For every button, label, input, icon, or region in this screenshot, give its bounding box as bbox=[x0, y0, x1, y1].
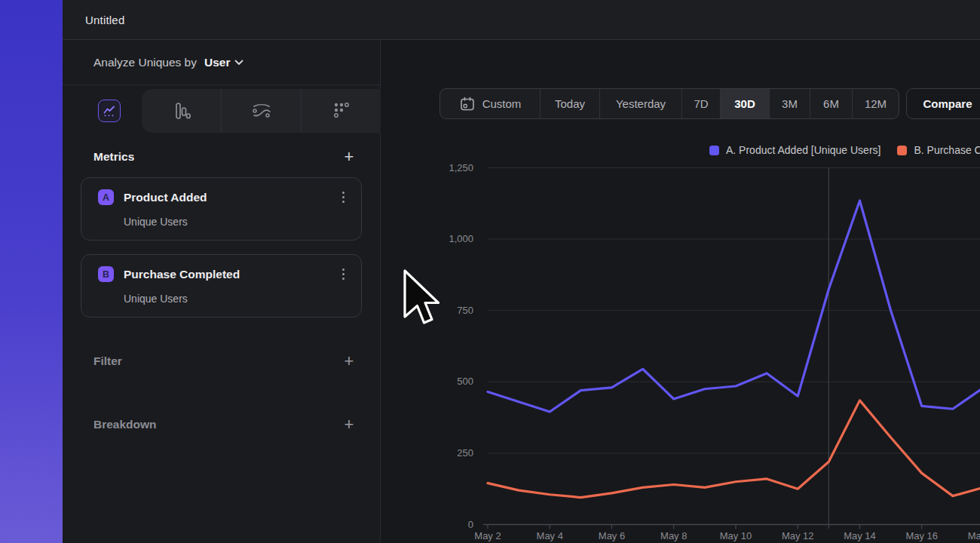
y-axis-tick-label: 500 bbox=[424, 376, 473, 387]
metric-letter-badge: A bbox=[98, 189, 114, 205]
filter-header: Filter + bbox=[63, 354, 380, 369]
range-30d[interactable]: 30D bbox=[720, 89, 769, 118]
add-metric-button[interactable]: + bbox=[341, 149, 357, 164]
metric-name: Product Added bbox=[124, 191, 338, 204]
sidebar: Analyze Uniques by User bbox=[63, 40, 381, 543]
range-7d[interactable]: 7D bbox=[681, 89, 720, 118]
legend-item-a[interactable]: A. Product Added [Unique Users] bbox=[709, 144, 880, 156]
chart-type-tabs bbox=[63, 85, 380, 128]
range-label: 3M bbox=[782, 97, 798, 110]
legend-item-b[interactable]: B. Purchase Completed [Unique Users] bbox=[897, 144, 980, 156]
range-label: 6M bbox=[823, 97, 839, 110]
app-window: Untitled Analyze Uniques by User bbox=[0, 0, 980, 543]
range-yesterday[interactable]: Yesterday bbox=[599, 89, 681, 118]
legend-swatch bbox=[897, 146, 907, 155]
x-axis-tick-label: May 14 bbox=[836, 530, 884, 541]
y-axis-tick-label: 750 bbox=[424, 305, 473, 316]
x-axis-tick-label: May 12 bbox=[773, 530, 822, 541]
left-gradient-strip bbox=[0, 0, 63, 543]
analyze-by-row: Analyze Uniques by User bbox=[63, 40, 380, 85]
chevron-down-icon bbox=[234, 60, 243, 66]
metric-subtitle: Unique Users bbox=[124, 293, 349, 305]
legend-swatch bbox=[709, 146, 719, 155]
chart-legend: A. Product Added [Unique Users]B. Purcha… bbox=[709, 144, 980, 156]
range-3m[interactable]: 3M bbox=[769, 89, 810, 118]
metric-card-b[interactable]: B Purchase Completed Unique Users bbox=[81, 254, 362, 318]
metric-subtitle: Unique Users bbox=[124, 216, 349, 228]
x-axis-tick-label: May 10 bbox=[712, 530, 760, 541]
flows-icon bbox=[251, 102, 272, 120]
compare-button[interactable]: Compare bbox=[906, 88, 980, 119]
chart-type-tab-group bbox=[142, 89, 381, 133]
retention-dots-icon bbox=[332, 101, 351, 121]
range-label: 7D bbox=[694, 97, 708, 110]
metric-name: Purchase Completed bbox=[124, 268, 338, 281]
date-range-selector: CustomTodayYesterday7D30D3M6M12M bbox=[439, 88, 899, 119]
legend-label: B. Purchase Completed [Unique Users] bbox=[914, 144, 980, 156]
metrics-title: Metrics bbox=[93, 150, 134, 164]
legend-label: A. Product Added [Unique Users] bbox=[726, 144, 880, 156]
y-axis-tick-label: 0 bbox=[424, 519, 473, 530]
range-label: 30D bbox=[734, 97, 755, 110]
metric-letter-badge: B bbox=[98, 266, 114, 282]
y-axis-tick-label: 1,250 bbox=[424, 162, 473, 173]
range-today[interactable]: Today bbox=[540, 89, 599, 118]
report-title[interactable]: Untitled bbox=[85, 14, 124, 26]
tab-line-chart[interactable] bbox=[78, 94, 141, 128]
tab-flows[interactable] bbox=[221, 89, 301, 133]
breakdown-header: Breakdown + bbox=[63, 417, 380, 432]
bar-chart-icon bbox=[172, 101, 191, 121]
y-axis-tick-label: 250 bbox=[424, 447, 473, 459]
line-chart-icon bbox=[98, 100, 121, 122]
x-axis-tick-label: May 4 bbox=[525, 530, 574, 541]
range-label: Yesterday bbox=[616, 97, 666, 110]
kebab-menu-icon[interactable] bbox=[338, 189, 349, 206]
tab-bar-chart[interactable] bbox=[142, 89, 221, 133]
x-axis-tick-label: May 16 bbox=[898, 530, 946, 541]
x-axis-tick-label: May 6 bbox=[588, 530, 636, 541]
metrics-header: Metrics + bbox=[63, 149, 380, 164]
filter-title: Filter bbox=[93, 354, 122, 368]
tab-retention[interactable] bbox=[301, 89, 381, 133]
range-12m[interactable]: 12M bbox=[852, 89, 899, 118]
add-breakdown-button[interactable]: + bbox=[341, 417, 357, 432]
add-filter-button[interactable]: + bbox=[341, 354, 357, 369]
analyze-by-dropdown[interactable]: User bbox=[204, 56, 243, 69]
x-axis-tick-label: May 8 bbox=[650, 530, 698, 541]
calendar-icon bbox=[459, 96, 476, 112]
x-axis-tick-label: May 2 bbox=[464, 530, 512, 541]
range-label: Custom bbox=[482, 97, 522, 110]
range-custom[interactable]: Custom bbox=[440, 89, 540, 118]
range-label: 12M bbox=[865, 97, 887, 110]
range-label: Today bbox=[555, 97, 585, 110]
range-6m[interactable]: 6M bbox=[810, 89, 852, 118]
top-bar: Untitled bbox=[63, 0, 980, 40]
x-axis-tick-label: May 18 bbox=[960, 530, 980, 541]
metric-card-a[interactable]: A Product Added Unique Users bbox=[81, 177, 362, 241]
kebab-menu-icon[interactable] bbox=[338, 265, 349, 283]
chart-panel: CustomTodayYesterday7D30D3M6M12M Compare… bbox=[381, 40, 980, 543]
analyze-by-value: User bbox=[204, 56, 230, 69]
breakdown-title: Breakdown bbox=[93, 418, 157, 431]
y-axis-tick-label: 1,000 bbox=[424, 233, 473, 244]
analyze-by-label: Analyze Uniques by bbox=[93, 56, 197, 69]
